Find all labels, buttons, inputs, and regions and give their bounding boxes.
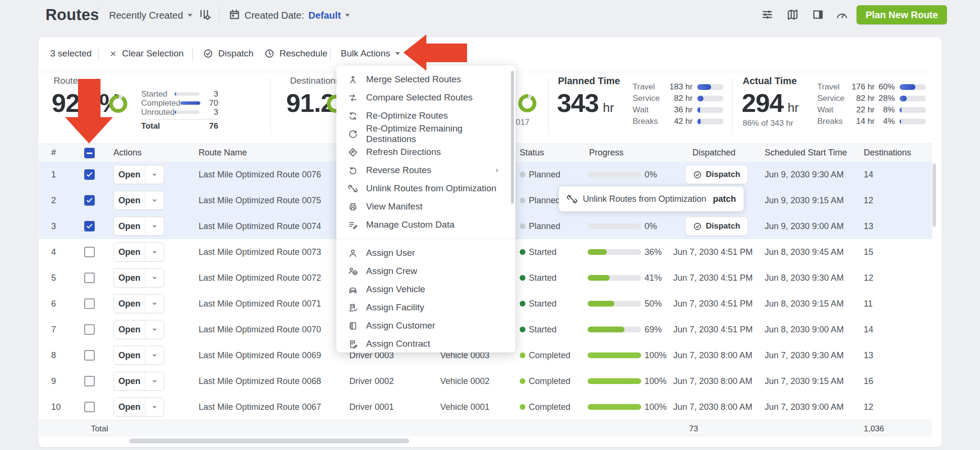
row-checkbox[interactable] <box>84 298 95 309</box>
facility-icon <box>348 303 358 313</box>
menu-item-compare-selected-routes[interactable]: Compare Selected Routes <box>336 88 515 107</box>
menu-item-assign-vehicle[interactable]: Assign Vehicle <box>336 280 515 298</box>
status-label: Started <box>529 265 557 291</box>
route-name[interactable]: Last Mile Optimized Route 0075 <box>199 187 321 213</box>
tune-icon[interactable] <box>761 8 774 21</box>
chevron-down-icon[interactable] <box>145 217 164 235</box>
destinations-count: 13 <box>864 342 873 368</box>
merge-icon <box>348 75 358 85</box>
row-checkbox[interactable] <box>84 273 95 283</box>
open-route-button[interactable]: Open <box>113 268 164 287</box>
reschedule-button[interactable]: Reschedule <box>264 48 327 59</box>
sort-dropdown[interactable]: Recently Created <box>109 9 192 22</box>
open-route-button[interactable]: Open <box>113 397 164 417</box>
status-dot <box>520 327 525 332</box>
planned-time-label: Planned Time <box>558 76 620 87</box>
chevron-down-icon[interactable] <box>145 346 164 364</box>
dispatched-time: Jun 7, 2030 8:00 AM <box>673 342 752 368</box>
menu-item-assign-customer[interactable]: Assign Customer <box>336 317 515 335</box>
column-index[interactable]: # <box>51 148 56 158</box>
menu-item-re-optimize-remaining-destinations[interactable]: Re-Optimize Remaining Destinations <box>336 125 515 143</box>
close-icon <box>109 50 117 58</box>
status-dot <box>520 223 525 229</box>
plan-new-route-button[interactable]: Plan New Route <box>857 5 947 24</box>
row-checkbox[interactable] <box>84 221 95 231</box>
column-destinations[interactable]: Destinations <box>864 148 911 158</box>
route-name[interactable]: Last Mile Optimized Route 0071 <box>199 291 321 317</box>
menu-item-merge-selected-routes[interactable]: Merge Selected Routes <box>336 70 515 88</box>
chevron-down-icon[interactable] <box>145 320 164 339</box>
chevron-down-icon[interactable] <box>145 165 164 184</box>
menu-item-unlink-routes-from-optimization[interactable]: Unlink Routes from Optimization <box>336 179 515 198</box>
open-route-button[interactable]: Open <box>113 372 164 391</box>
open-route-button[interactable]: Open <box>113 191 164 210</box>
chevron-down-icon[interactable] <box>145 269 164 287</box>
menu-item-assign-user[interactable]: Assign User <box>336 244 515 262</box>
table-settings-icon[interactable] <box>198 8 211 21</box>
route-name[interactable]: Last Mile Optimized Route 0072 <box>199 265 321 291</box>
actual-time-subtext: 86% of 343 hr <box>743 119 793 128</box>
column-dispatched[interactable]: Dispatched <box>692 148 735 158</box>
menu-item-assign-facility[interactable]: Assign Facility <box>336 298 515 317</box>
route-name[interactable]: Last Mile Optimized Route 0073 <box>199 239 321 265</box>
row-checkbox[interactable] <box>84 195 95 206</box>
column-route-name[interactable]: Route Name <box>199 148 247 158</box>
row-checkbox[interactable] <box>84 376 95 386</box>
row-checkbox[interactable] <box>84 169 95 180</box>
menu-item-manage-custom-data[interactable]: Manage Custom Data <box>336 216 515 234</box>
row-checkbox[interactable] <box>84 402 95 412</box>
route-name[interactable]: Last Mile Optimized Route 0067 <box>199 394 321 420</box>
open-route-button[interactable]: Open <box>113 320 164 339</box>
row-checkbox[interactable] <box>84 324 95 335</box>
status-dot <box>520 404 525 410</box>
chevron-down-icon[interactable] <box>145 372 164 390</box>
open-route-button[interactable]: Open <box>113 217 164 236</box>
menu-item-assign-crew[interactable]: Assign Crew <box>336 262 515 280</box>
created-date-dropdown[interactable]: Created Date: Default <box>245 9 350 22</box>
row-dispatch-button[interactable]: Dispatch <box>685 165 748 184</box>
chevron-down-icon[interactable] <box>145 243 164 261</box>
row-checkbox[interactable] <box>84 247 95 257</box>
open-route-button[interactable]: Open <box>113 346 164 365</box>
routes-legend: Started3Completed70Unrouted3Total76 <box>141 89 218 131</box>
column-status[interactable]: Status <box>520 148 544 158</box>
panel-icon[interactable] <box>812 8 824 21</box>
route-name[interactable]: Last Mile Optimized Route 0068 <box>199 368 321 394</box>
column-progress[interactable]: Progress <box>589 148 624 158</box>
route-name[interactable]: Last Mile Optimized Route 0074 <box>199 213 321 239</box>
menu-scrollbar[interactable] <box>511 71 514 204</box>
menu-item-re-optimize-routes[interactable]: Re-Optimize Routes <box>336 107 515 125</box>
row-dispatch-button[interactable]: Dispatch <box>685 217 748 236</box>
menu-item-reverse-routes[interactable]: Reverse Routes <box>336 161 515 179</box>
status-label: Planned <box>529 162 560 187</box>
dispatch-button[interactable]: Dispatch <box>203 48 254 59</box>
progress-bar <box>588 275 641 281</box>
chevron-down-icon[interactable] <box>145 295 164 313</box>
calendar-icon[interactable] <box>228 8 241 21</box>
dashboard-icon[interactable] <box>835 8 848 21</box>
column-actions[interactable]: Actions <box>113 148 142 158</box>
route-name[interactable]: Last Mile Optimized Route 0069 <box>199 342 321 368</box>
column-scheduled-start-time[interactable]: Scheduled Start Time <box>765 148 847 158</box>
unlink-tooltip: Unlink Routes from Optimization patch <box>559 187 744 211</box>
menu-item-refresh-directions[interactable]: Refresh Directions <box>336 143 515 161</box>
chevron-down-icon[interactable] <box>145 398 164 416</box>
route-name[interactable]: Last Mile Optimized Route 0076 <box>199 162 321 187</box>
route-name[interactable]: Last Mile Optimized Route 0070 <box>199 317 321 342</box>
vertical-scrollbar[interactable] <box>933 164 936 227</box>
chevron-down-icon[interactable] <box>145 191 164 209</box>
menu-item-assign-contract[interactable]: Assign Contract <box>336 335 515 352</box>
open-route-button[interactable]: Open <box>113 242 164 262</box>
user-icon <box>348 248 358 258</box>
submenu-right-icon <box>493 167 501 174</box>
select-all-checkbox[interactable] <box>84 148 95 158</box>
scheduled-start-time: Jun 9, 2030 9:30 AM <box>765 162 844 187</box>
menu-item-view-manifest[interactable]: View Manifest <box>336 198 515 216</box>
bulk-actions-button[interactable]: Bulk Actions <box>341 48 400 59</box>
horizontal-scrollbar[interactable] <box>129 439 409 443</box>
open-route-button[interactable]: Open <box>113 165 164 184</box>
open-route-button[interactable]: Open <box>113 294 164 313</box>
row-checkbox[interactable] <box>84 350 95 361</box>
clear-selection-button[interactable]: Clear Selection <box>109 48 184 59</box>
map-icon[interactable] <box>786 8 799 21</box>
